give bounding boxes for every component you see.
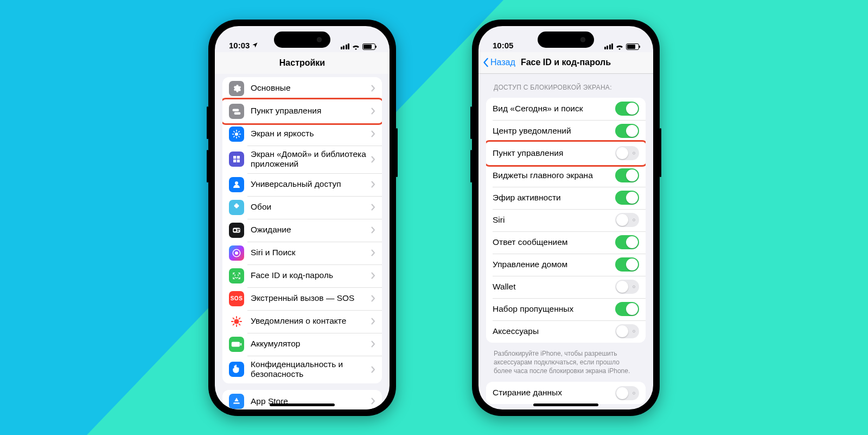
home-indicator[interactable] [270,404,335,406]
row-label: Основные [251,83,371,93]
settings-row-faceid[interactable]: Face ID и код-пароль [222,264,382,287]
row-label: Siri [493,215,615,225]
toggle-live-activities[interactable] [615,191,639,205]
settings-row-control-center[interactable]: Пункт управления [222,100,382,123]
cellular-icon [604,43,614,49]
row-label: Виджеты главного экрана [493,171,615,181]
svg-line-24 [233,324,234,325]
row-label: Экран «Домой» и библиотека приложений [251,149,371,169]
chevron-right-icon [371,85,375,92]
toggle-control-center[interactable] [615,146,639,160]
row-label: Siri и Поиск [251,248,371,258]
svg-point-16 [238,274,239,275]
settings-list[interactable]: ОсновныеПункт управленияЭкран и яркостьЭ… [215,74,390,409]
navbar: Настройки [215,52,390,74]
settings-row-home-screen[interactable]: Экран «Домой» и библиотека приложений [222,146,382,173]
toggle-row-today: Вид «Сегодня» и поиск [486,98,646,120]
svg-point-15 [234,274,235,275]
row-label: Набор пропущенных [493,304,615,314]
toggle-row-control-center: Пункт управления [486,142,646,165]
toggle-home-control[interactable] [615,257,639,272]
chevron-right-icon [371,341,375,348]
toggle-return-missed[interactable] [615,302,639,316]
settings-row-wallpaper[interactable]: Обои [222,196,382,219]
wifi-icon [615,43,624,50]
highlight-control-center: Пункт управления [486,142,646,165]
settings-row-battery[interactable]: Аккумулятор [222,333,382,356]
row-label: Универсальный доступ [251,179,371,190]
row-label: Аксессуары [493,326,615,337]
toggle-row-return-missed: Набор пропущенных [486,298,646,320]
svg-line-22 [233,318,234,319]
svg-point-17 [234,319,239,324]
home-screen-icon [229,152,244,167]
svg-line-7 [234,136,235,137]
settings-row-sos[interactable]: SOSЭкстренный вызов — SOS [222,287,382,310]
row-label: Аккумулятор [251,339,371,349]
status-time: 10:03 [229,41,250,50]
home-indicator[interactable] [533,404,598,406]
exposure-icon [229,314,244,329]
toggle-erase-data[interactable] [615,386,639,400]
chevron-right-icon [371,156,375,163]
toggle-row-live-activities: Эфир активности [486,187,646,209]
svg-line-25 [239,318,240,319]
settings-row-general[interactable]: Основные [222,77,382,100]
settings-row-display[interactable]: Экран и яркость [222,123,382,146]
toggle-today[interactable] [615,102,639,116]
row-label: Эфир активности [493,193,615,203]
battery-icon [362,43,375,50]
chevron-right-icon [371,204,375,211]
page-title: Face ID и код-пароль [521,58,611,67]
phone-right: 10:05 Назад Face ID и код-пароль ДОСТУП [472,20,660,416]
chevron-right-icon [371,295,375,302]
toggle-reply-msg[interactable] [615,235,639,249]
back-label: Назад [490,58,515,67]
settings-row-exposure[interactable]: Уведомления о контакте [222,310,382,333]
svg-line-6 [239,136,240,137]
phone-left: 10:03 Настройки ОсновныеПункт управления… [208,20,396,416]
settings-row-privacy[interactable]: Конфиденциальность и безопасность [222,356,382,383]
toggle-accessories[interactable] [615,324,639,338]
settings-row-appstore[interactable]: App Store [222,390,382,409]
page-title: Настройки [279,58,325,68]
chevron-right-icon [371,249,375,256]
settings-row-siri[interactable]: Siri и Поиск [222,242,382,264]
dynamic-island [274,31,330,48]
row-label: Вид «Сегодня» и поиск [493,104,615,114]
wallpaper-icon [229,200,244,215]
cellular-icon [341,43,350,49]
settings-row-accessibility[interactable]: Универсальный доступ [222,173,382,196]
faceid-settings-list[interactable]: ДОСТУП С БЛОКИРОВКОЙ ЭКРАНА:Вид «Сегодня… [478,74,653,409]
svg-line-23 [239,324,240,325]
chevron-right-icon [371,366,375,373]
toggle-siri[interactable] [615,213,639,227]
svg-rect-27 [240,343,241,345]
toggle-wallet[interactable] [615,280,639,294]
settings-row-standby[interactable]: Ожидание [222,219,382,242]
toggle-row-accessories: Аксессуары [486,320,646,343]
row-label: Центр уведомлений [493,126,615,136]
svg-point-14 [235,251,238,255]
battery-icon [626,43,639,50]
chevron-right-icon [371,108,375,115]
row-label: Ответ сообщением [493,237,615,248]
toggle-home-widgets[interactable] [615,168,639,182]
status-time: 10:05 [493,41,513,50]
wifi-icon [352,43,360,50]
accessibility-icon [229,177,244,192]
standby-icon [229,223,244,238]
toggle-row-home-widgets: Виджеты главного экрана [486,165,646,187]
svg-point-10 [234,229,237,231]
row-label: Стирание данных [493,388,615,398]
toggle-notif-center[interactable] [615,124,639,138]
row-label: Пункт управления [493,148,615,159]
back-button[interactable]: Назад [483,58,515,67]
row-label: Обои [251,202,371,212]
lockscreen-access-header: ДОСТУП С БЛОКИРОВКОЙ ЭКРАНА: [494,84,638,91]
siri-icon [229,245,244,261]
svg-line-8 [239,131,240,132]
svg-line-5 [234,131,235,132]
battery-icon [229,337,244,352]
toggle-row-siri: Siri [486,209,646,231]
